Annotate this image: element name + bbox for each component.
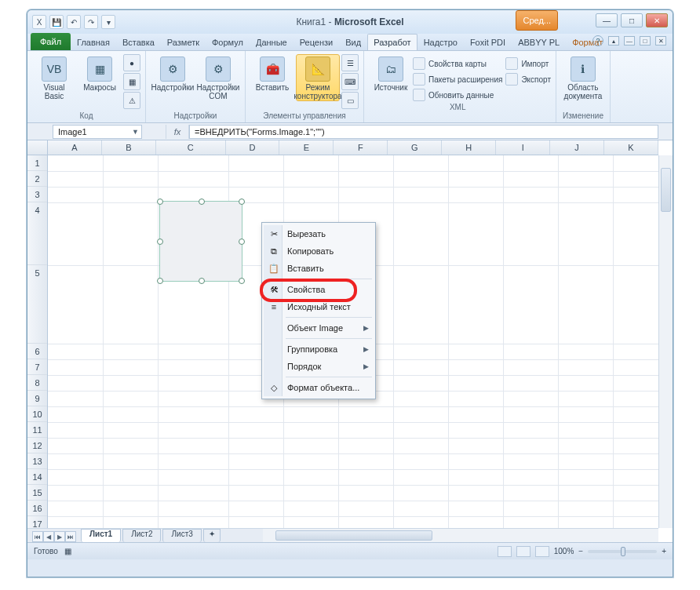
close-button[interactable]: ✕	[646, 13, 668, 27]
resize-handle[interactable]	[157, 239, 163, 245]
scroll-thumb[interactable]	[661, 168, 671, 212]
row-header[interactable]: 13	[27, 453, 47, 469]
resize-handle[interactable]	[157, 278, 163, 284]
row-header[interactable]: 15	[27, 485, 47, 501]
map-properties-button[interactable]: Свойства карты	[413, 56, 502, 71]
import-button[interactable]: Импорт	[505, 56, 551, 71]
minimize-button[interactable]: —	[596, 13, 618, 27]
qat-dropdown-icon[interactable]: ▾	[101, 15, 115, 29]
menu-paste[interactable]: 📋Вставить	[264, 260, 374, 277]
addins-button[interactable]: ⚙Надстройки	[151, 54, 195, 93]
row-header[interactable]: 2	[27, 171, 47, 187]
design-mode-button[interactable]: 📐Режим конструктора	[296, 54, 340, 101]
resize-handle[interactable]	[239, 198, 245, 205]
first-sheet-icon[interactable]: ⏮	[32, 531, 43, 542]
row-header[interactable]: 3	[27, 187, 47, 202]
row-header[interactable]: 16	[27, 501, 47, 516]
fx-icon[interactable]: fx	[166, 125, 189, 139]
col-header[interactable]: E	[279, 140, 334, 155]
xml-source-button[interactable]: 🗂Источник	[369, 54, 413, 93]
sheet-tab[interactable]: Лист3	[162, 529, 201, 542]
resize-handle[interactable]	[157, 198, 163, 205]
menu-copy[interactable]: ⧉Копировать	[264, 242, 374, 260]
resize-handle[interactable]	[239, 278, 245, 284]
menu-properties[interactable]: 🛠Свойства	[264, 281, 374, 298]
col-header[interactable]: C	[156, 140, 226, 155]
workbook-minimize-icon[interactable]: —	[624, 36, 635, 46]
resize-handle[interactable]	[199, 198, 205, 205]
workbook-restore-icon[interactable]: □	[640, 36, 651, 46]
next-sheet-icon[interactable]: ▶	[54, 531, 65, 542]
tab-view[interactable]: Вид	[339, 34, 367, 50]
menu-order[interactable]: Порядок▶	[264, 358, 374, 375]
help-icon[interactable]: ?	[592, 35, 603, 46]
col-header[interactable]: B	[102, 140, 156, 155]
vertical-scrollbar[interactable]	[658, 155, 673, 528]
col-header[interactable]: K	[604, 140, 658, 155]
refresh-data-button[interactable]: Обновить данные	[413, 87, 502, 103]
export-button[interactable]: Экспорт	[505, 71, 551, 87]
resize-handle[interactable]	[199, 278, 205, 284]
undo-icon[interactable]: ↶	[67, 15, 81, 29]
document-panel-button[interactable]: ℹОбласть документа	[561, 54, 605, 101]
ribbon-minimize-icon[interactable]: ▴	[608, 36, 619, 46]
properties-icon[interactable]: ☰	[341, 54, 359, 71]
sheet-tab[interactable]: Лист2	[122, 529, 161, 542]
row-header[interactable]: 1	[27, 155, 47, 171]
tab-home[interactable]: Главная	[71, 34, 116, 50]
maximize-button[interactable]: □	[621, 13, 643, 27]
row-header[interactable]: 7	[27, 359, 47, 375]
row-header[interactable]: 10	[27, 406, 47, 422]
select-all-button[interactable]	[27, 140, 48, 155]
page-break-icon[interactable]	[535, 546, 549, 557]
tab-developer[interactable]: Разработ	[367, 34, 417, 50]
image-activex-control[interactable]	[159, 201, 242, 282]
menu-cut[interactable]: ✂Вырезать	[264, 225, 374, 242]
col-header[interactable]: A	[48, 140, 102, 155]
expansion-packs-button[interactable]: Пакеты расширения	[413, 71, 502, 87]
tab-review[interactable]: Рецензи	[293, 34, 340, 50]
menu-view-code[interactable]: ≡Исходный текст	[264, 298, 374, 315]
col-header[interactable]: G	[388, 140, 442, 155]
menu-format-object[interactable]: ◇Формат объекта...	[264, 379, 374, 396]
save-icon[interactable]: 💾	[49, 15, 64, 29]
col-header[interactable]: F	[334, 140, 388, 155]
sheet-tab-active[interactable]: Лист1	[81, 529, 121, 542]
row-header[interactable]: 12	[27, 438, 47, 453]
row-header[interactable]: 11	[27, 422, 47, 438]
zoom-in-button[interactable]: +	[662, 547, 666, 555]
menu-image-object[interactable]: Объект Image▶	[264, 319, 374, 337]
tab-data[interactable]: Данные	[250, 34, 293, 50]
macro-security-icon[interactable]: ⚠	[123, 92, 140, 109]
file-tab[interactable]: Файл	[31, 33, 71, 50]
menu-grouping[interactable]: Группировка▶	[264, 341, 374, 358]
row-header[interactable]: 6	[27, 344, 47, 359]
row-header[interactable]: 5	[27, 265, 47, 344]
name-box[interactable]: Image1▼	[53, 125, 142, 139]
horizontal-scrollbar[interactable]	[263, 528, 658, 542]
prev-sheet-icon[interactable]: ◀	[43, 531, 54, 542]
run-dialog-icon[interactable]: ▭	[341, 92, 359, 109]
relative-ref-icon[interactable]: ▦	[123, 73, 140, 90]
row-header[interactable]: 14	[27, 469, 47, 485]
tab-abbyy[interactable]: ABBYY PL	[512, 34, 566, 50]
tab-addins[interactable]: Надстро	[417, 34, 464, 50]
tab-insert[interactable]: Вставка	[116, 34, 161, 50]
col-header[interactable]: I	[496, 140, 550, 155]
row-header[interactable]: 9	[27, 391, 47, 406]
last-sheet-icon[interactable]: ⏭	[65, 531, 76, 542]
col-header[interactable]: J	[550, 140, 604, 155]
com-addins-button[interactable]: ⚙Надстройки COM	[196, 54, 240, 101]
tab-foxit[interactable]: Foxit PDI	[464, 34, 512, 50]
redo-icon[interactable]: ↷	[84, 15, 98, 29]
normal-view-icon[interactable]	[498, 546, 512, 557]
row-header[interactable]: 4	[27, 202, 47, 265]
col-header[interactable]: D	[226, 140, 280, 155]
record-macro-icon[interactable]: ●	[123, 54, 140, 71]
visual-basic-button[interactable]: VBVisual Basic	[32, 54, 76, 101]
insert-control-button[interactable]: 🧰Вставить	[250, 54, 294, 93]
col-header[interactable]: H	[442, 140, 496, 155]
resize-handle[interactable]	[239, 239, 245, 245]
formula-input[interactable]: =ВНЕДРИТЬ("Forms.Image.1";"")	[189, 125, 658, 139]
new-sheet-icon[interactable]: ✦	[203, 529, 221, 542]
